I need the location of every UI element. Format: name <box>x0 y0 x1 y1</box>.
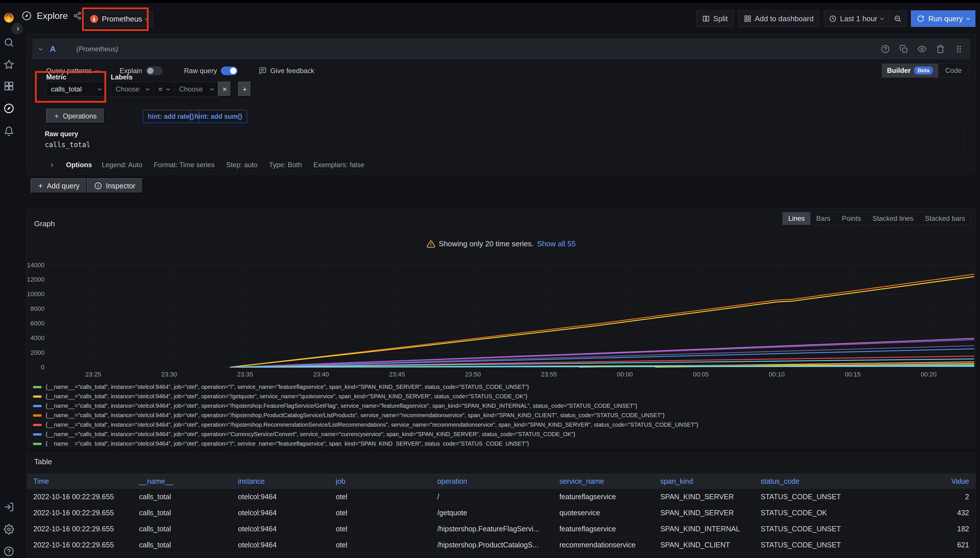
remove-label-button[interactable]: × <box>218 82 231 97</box>
graph-mode-stacked-bars[interactable]: Stacked bars <box>919 212 971 225</box>
legend-item[interactable]: {__name__="calls_total", instance="otelc… <box>33 410 971 420</box>
table-cell: otel <box>329 505 431 521</box>
add-label-button[interactable]: + <box>238 82 251 97</box>
share-icon[interactable] <box>73 11 82 20</box>
search-minus-icon <box>894 15 901 22</box>
show-all-series-link[interactable]: Show all 55 <box>537 240 576 248</box>
run-query-button[interactable]: Run query <box>911 10 975 27</box>
table-cell: STATUS_CODE_UNSET <box>754 489 857 505</box>
add-operations-button[interactable]: + Operations <box>46 109 105 123</box>
options-type: Type: Both <box>269 161 302 169</box>
column-header-span_kind[interactable]: span_kind <box>654 473 754 489</box>
grafana-logo[interactable] <box>3 11 15 23</box>
table-cell: otelcol:9464 <box>232 537 329 553</box>
label-operator-select[interactable]: = <box>154 82 174 97</box>
table-cell: otel <box>329 489 431 505</box>
sign-in-icon[interactable] <box>4 502 14 512</box>
raw-query-toggle[interactable] <box>221 67 238 75</box>
table-cell: 2022-10-16 00:22:29.655 <box>27 521 133 537</box>
y-tick-label: 4000 <box>27 334 44 342</box>
x-tick-label: 00:20 <box>909 371 949 378</box>
y-tick-label: 14000 <box>27 261 44 269</box>
table-cell: SPAN_KIND_CLIENT <box>654 537 754 553</box>
header: Explore Prometheus Split Ad <box>18 3 980 29</box>
table-cell: calls_total <box>133 505 232 521</box>
graph-mode-stacked-lines[interactable]: Stacked lines <box>867 212 919 225</box>
search-icon[interactable] <box>4 37 14 48</box>
column-header-time[interactable]: Time <box>27 473 133 489</box>
zoom-out-time-button[interactable] <box>888 11 906 27</box>
explore-compass-icon[interactable] <box>4 103 14 113</box>
table-cell: calls_total <box>133 521 232 537</box>
y-tick-label: 8000 <box>27 305 44 313</box>
legend-item[interactable]: {__name__="calls_total", instance="otelc… <box>33 392 971 401</box>
table-cell: otelcol:9464 <box>232 505 329 521</box>
explain-toggle[interactable] <box>146 67 163 75</box>
graph-mode-lines[interactable]: Lines <box>783 212 811 225</box>
legend-label: {__name__="calls_total", instance="otelc… <box>46 431 575 438</box>
table-cell: STATUS_CODE_UNSET <box>754 521 857 537</box>
add-to-dashboard-button[interactable]: Add to dashboard <box>738 10 820 27</box>
query-help-icon[interactable] <box>881 45 890 53</box>
table-body: 2022-10-16 00:22:29.655calls_totalotelco… <box>27 489 975 558</box>
legend-item[interactable]: {__name__="calls_total", instance="otelc… <box>33 420 971 430</box>
drag-handle-grip-icon[interactable] <box>954 45 963 53</box>
legend-label: {__name__="calls_total", instance="otelc… <box>46 393 527 400</box>
legend-color-mark <box>33 433 41 436</box>
graph-mode-bars[interactable]: Bars <box>811 212 836 225</box>
collapse-chevron-icon[interactable] <box>39 47 43 51</box>
legend-item-clipped[interactable]: {__name__="calls_total", instance="otelc… <box>33 439 971 447</box>
settings-gear-icon[interactable] <box>4 524 14 535</box>
alerting-bell-icon[interactable] <box>4 126 14 136</box>
column-header-job[interactable]: job <box>329 473 431 489</box>
column-header-__name__[interactable]: __name__ <box>133 473 232 489</box>
hint-add-sum-button[interactable]: hint: add sum() <box>190 110 247 123</box>
builder-code-switch: Builder Beta Code <box>881 63 969 78</box>
datasource-picker[interactable]: Prometheus <box>85 11 153 27</box>
y-tick-label: 2000 <box>27 349 44 356</box>
column-header-instance[interactable]: instance <box>232 473 329 489</box>
dashboards-icon[interactable] <box>4 81 14 91</box>
column-header-operation[interactable]: operation <box>431 473 553 489</box>
sidebar-expand-button[interactable] <box>12 23 23 34</box>
inspector-button[interactable]: Inspector <box>87 178 143 193</box>
legend-item[interactable]: {__name__="calls_total", instance="otelc… <box>33 430 971 439</box>
table-cell: /hipstershop.Recommendation... <box>431 553 553 558</box>
y-tick-label: 6000 <box>27 320 44 327</box>
column-header-value[interactable]: Value <box>857 473 975 489</box>
time-range-picker[interactable]: Last 1 hour <box>824 11 888 27</box>
legend-label: {__name__="calls_total", instance="otelc… <box>46 384 529 390</box>
add-query-button[interactable]: +Add query <box>31 178 87 193</box>
chevron-down-icon <box>95 69 99 72</box>
legend-color-mark <box>33 396 41 398</box>
star-icon[interactable] <box>4 59 14 70</box>
disable-query-eye-icon[interactable] <box>918 45 926 53</box>
split-icon <box>702 15 710 22</box>
legend-item[interactable]: {__name__="calls_total", instance="otelc… <box>33 382 971 392</box>
query-datasource-hint: (Prometheus) <box>76 45 118 53</box>
page-title: Explore <box>37 11 68 21</box>
query-row-header[interactable]: A (Prometheus) <box>33 39 970 59</box>
help-icon[interactable] <box>4 546 14 556</box>
column-header-status_code[interactable]: status_code <box>754 473 857 489</box>
table-cell: recommendationservice <box>553 553 654 558</box>
legend-item[interactable]: {__name__="calls_total", instance="otelc… <box>33 401 971 410</box>
time-series-chart[interactable] <box>48 265 974 368</box>
legend-color-mark <box>33 443 41 445</box>
label-key-select[interactable]: Choose <box>111 82 154 97</box>
chevron-down-icon <box>880 16 884 20</box>
feedback-comment-icon <box>259 67 267 75</box>
metric-select[interactable]: calls_total <box>46 82 106 97</box>
split-button[interactable]: Split <box>696 10 734 27</box>
graph-mode-points[interactable]: Points <box>836 212 867 225</box>
label-value-select[interactable]: Choose <box>174 82 218 97</box>
table-cell: 621 <box>857 537 975 553</box>
options-expand-chevron[interactable] <box>49 163 53 167</box>
tab-code[interactable]: Code <box>938 64 968 77</box>
give-feedback-link[interactable]: Give feedback <box>270 67 314 75</box>
tab-builder[interactable]: Builder Beta <box>882 64 938 77</box>
duplicate-query-icon[interactable] <box>899 45 908 53</box>
query-options-row[interactable]: Options Legend: Auto Format: Time series… <box>50 160 364 170</box>
delete-query-trash-icon[interactable] <box>936 45 945 53</box>
column-header-service_name[interactable]: service_name <box>553 473 654 489</box>
